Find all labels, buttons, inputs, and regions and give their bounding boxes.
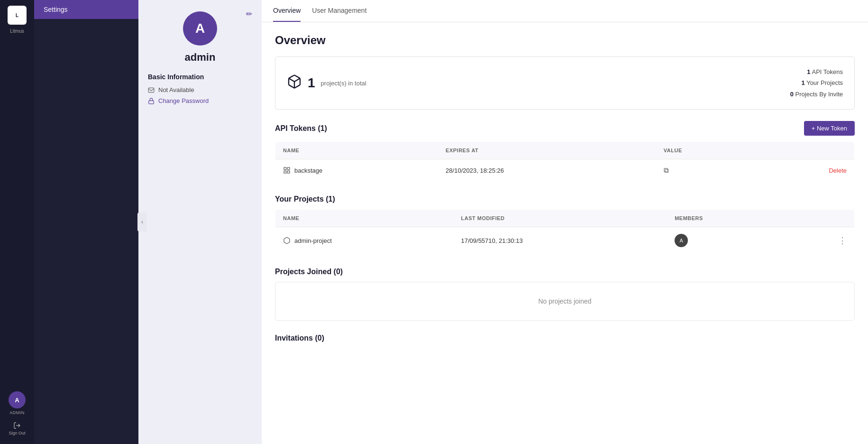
project-name-cell: admin-project [275,227,454,254]
svg-rect-2 [149,101,154,103]
your-projects-header: Your Projects (1) [275,195,855,204]
project-modified-cell: 17/09/55710, 21:30:13 [453,227,667,254]
edit-profile-icon[interactable]: ✏ [246,9,252,18]
token-name-cell: backstage [275,159,439,182]
table-row: admin-project 17/09/55710, 21:30:13 A ⋮ [275,227,855,254]
projects-by-invite-summary: 0 Projects By Invite [790,89,843,100]
token-value-cell: ⧉ [656,159,756,182]
your-projects-table: NAME LAST MODIFIED MEMBERS [275,209,855,254]
app-name-label: Litmus [10,28,24,34]
col-expires-at: EXPIRES AT [438,142,656,159]
invitations-section: Invitations (0) [275,334,855,342]
project-count: 1 [308,75,315,91]
projects-joined-title: Projects Joined (0) [275,268,343,276]
overview-content: Overview 1 project(s) in total [262,22,868,360]
col-actions [756,142,854,159]
invitations-title: Invitations (0) [275,334,324,342]
left-nav-panel: Settings [34,0,138,444]
svg-rect-7 [284,171,286,174]
new-token-button[interactable]: + New Token [804,121,855,136]
proj-col-modified: LAST MODIFIED [453,210,667,227]
signout-icon [13,422,21,429]
copy-token-button[interactable]: ⧉ [664,166,669,174]
projects-joined-section: Projects Joined (0) No projects joined [275,268,855,321]
invitations-header: Invitations (0) [275,334,855,342]
project-more-button[interactable]: ⋮ [838,236,847,245]
svg-rect-5 [287,167,290,170]
api-tokens-title: API Tokens (1) [275,124,327,133]
member-avatar: A [675,234,688,247]
no-projects-message: No projects joined [275,282,855,321]
table-row: backstage 28/10/2023, 18:25:26 ⧉ Delete [275,159,855,182]
project-box-icon [283,237,291,244]
profile-panel: ✏ A admin Basic Information Not Availabl… [138,0,262,444]
tab-user-management[interactable]: User Management [312,0,366,22]
profile-avatar: A [183,11,217,46]
app-logo: L [8,6,27,25]
api-tokens-header: API Tokens (1) + New Token [275,121,855,136]
cube-icon [287,74,302,92]
token-name-with-icon: backstage [283,166,430,174]
page-title: Overview [275,34,855,47]
main-content-area: Overview User Management Overview [262,0,868,444]
nav-item-settings[interactable]: Settings [34,0,138,19]
svg-rect-1 [148,88,154,92]
your-projects-table-header: NAME LAST MODIFIED MEMBERS [275,210,855,227]
proj-col-actions [788,210,854,227]
your-projects-section: Your Projects (1) NAME LAST MODIFIED MEM… [275,195,855,254]
projects-joined-header: Projects Joined (0) [275,268,855,276]
token-icon [283,166,291,174]
project-name-with-icon: admin-project [283,237,446,244]
project-members-cell: A [667,227,788,254]
your-projects-title: Your Projects (1) [275,195,335,204]
svg-rect-6 [287,171,290,174]
proj-col-name: NAME [275,210,454,227]
admin-label: ADMIN [9,410,25,415]
app-logo-text: L [16,13,18,18]
signout-button[interactable]: Sign Out [6,419,28,438]
col-name: NAME [275,142,439,159]
summary-card: 1 project(s) in total 1 API Tokens 1 You… [275,56,855,110]
app-sidebar: L Litmus A ADMIN Sign Out [0,0,34,444]
collapse-panel-button[interactable]: ‹ [137,213,147,231]
delete-token-button[interactable]: Delete [829,167,847,174]
col-value: VALUE [656,142,756,159]
email-info-row: Not Available [148,86,194,93]
tab-overview[interactable]: Overview [273,0,301,22]
admin-area: A ADMIN [9,391,26,415]
lock-icon [148,98,155,104]
project-more-cell: ⋮ [788,227,854,254]
summary-right: 1 API Tokens 1 Your Projects 0 Projects … [790,66,843,100]
profile-name: admin [185,51,216,64]
api-tokens-table: NAME EXPIRES AT VALUE [275,141,855,182]
api-tokens-summary: 1 API Tokens [790,66,843,77]
change-password-row[interactable]: Change Password [148,97,209,104]
proj-col-members: MEMBERS [667,210,788,227]
api-tokens-section: API Tokens (1) + New Token NAME EXPIRES … [275,121,855,182]
your-projects-summary: 1 Your Projects [790,77,843,88]
svg-rect-4 [284,167,286,170]
token-delete-cell: Delete [756,159,854,182]
project-label: project(s) in total [321,80,366,87]
summary-left: 1 project(s) in total [287,74,366,92]
tabs-bar: Overview User Management [262,0,868,22]
box-icon [287,74,302,89]
api-tokens-table-header: NAME EXPIRES AT VALUE [275,142,855,159]
email-icon [148,87,155,93]
token-expires-cell: 28/10/2023, 18:25:26 [438,159,656,182]
admin-avatar-small[interactable]: A [9,391,26,408]
basic-info-title: Basic Information [148,73,204,81]
